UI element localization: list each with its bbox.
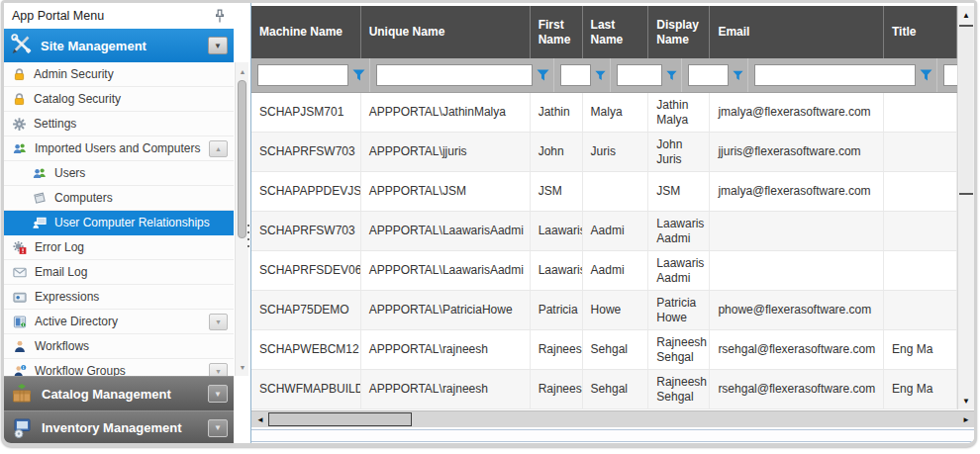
section-label: Inventory Management: [42, 420, 200, 435]
lock-icon: [12, 67, 27, 82]
unique-name-filter-input[interactable]: [376, 64, 533, 86]
scroll-left-arrow[interactable]: ◄: [252, 411, 268, 427]
title-cell: [884, 93, 957, 132]
filter-funnel-icon[interactable]: [920, 69, 932, 81]
first-name-cell: Laawaris: [531, 212, 583, 250]
filter-funnel-icon[interactable]: [537, 69, 549, 81]
last-name-cell: Malya: [583, 93, 649, 132]
dropdown-button[interactable]: ▼: [209, 363, 228, 376]
sidebar-section-inventory-management[interactable]: Inventory Management ▼: [4, 410, 234, 444]
sidebar: App Portal Menu Site Management ▼: [4, 3, 234, 443]
section-collapse-button[interactable]: ▼: [208, 37, 228, 54]
section-expand-button[interactable]: ▼: [208, 385, 228, 403]
email-cell: jmalya@flexerasoftware.com: [710, 172, 884, 211]
computer-icon: [32, 191, 48, 206]
sidebar-item-email-log[interactable]: Email Log: [4, 260, 234, 285]
table-row[interactable]: SCHAPRFSW703 APPPORTAL\jjuris John Juris…: [251, 133, 957, 172]
section-expand-button[interactable]: ▼: [208, 419, 228, 437]
column-header-title[interactable]: Title: [884, 6, 957, 58]
app-window: App Portal Menu Site Management ▼: [1, 0, 977, 447]
filter-funnel-icon[interactable]: [733, 70, 743, 81]
last-name-cell: Howe: [583, 291, 649, 329]
splitter-handle[interactable]: [247, 225, 249, 250]
display-name-filter-input[interactable]: [688, 64, 729, 86]
sidebar-title: App Portal Menu: [12, 9, 214, 23]
scrollbar-thumb[interactable]: [238, 80, 246, 238]
grid-vertical-scrollbar[interactable]: ▲ ▼: [957, 6, 974, 409]
title-cell: [884, 133, 957, 171]
column-header-first-name[interactable]: First Name: [531, 6, 583, 58]
sidebar-item-catalog-security[interactable]: Catalog Security: [4, 87, 234, 112]
grid-filter-row: [251, 58, 957, 93]
display-name-cell: John Juris: [648, 133, 710, 171]
email-filter-input[interactable]: [754, 64, 916, 86]
collapse-button[interactable]: ▲: [209, 140, 228, 157]
email-cell: [710, 251, 884, 290]
scroll-down-arrow[interactable]: ▼: [236, 360, 249, 374]
scrollbar-thumb[interactable]: [959, 25, 973, 195]
sidebar-section-site-management[interactable]: Site Management ▼: [4, 29, 234, 62]
grid-view: Machine Name Unique Name First Name Last…: [251, 6, 957, 409]
table-row[interactable]: SCHAPWEBCM12 APPPORTAL\rajneesh Rajneesh…: [251, 330, 957, 370]
first-name-cell: JSM: [531, 172, 583, 211]
column-header-machine-name[interactable]: Machine Name: [251, 6, 361, 58]
filter-funnel-icon[interactable]: [666, 70, 677, 81]
sidebar-item-admin-security[interactable]: Admin Security: [4, 62, 234, 87]
section-label: Catalog Management: [42, 387, 200, 402]
sidebar-item-users[interactable]: Users: [4, 161, 234, 186]
filter-funnel-icon[interactable]: [595, 70, 606, 81]
sidebar-item-workflow-groups[interactable]: Workflow Groups ▼: [4, 359, 234, 376]
sidebar-item-settings[interactable]: Settings: [4, 112, 234, 136]
table-row[interactable]: SCHAPJSM701 APPPORTAL\JathinMalya Jathin…: [251, 93, 957, 133]
sidebar-item-label: Active Directory: [35, 315, 118, 328]
column-header-unique-name[interactable]: Unique Name: [361, 6, 531, 58]
last-name-cell: Sehgal: [583, 370, 649, 409]
table-row[interactable]: SCHAPRFSDEV06 APPPORTAL\LaawarisAadmi La…: [251, 251, 957, 291]
dropdown-button[interactable]: ▼: [209, 314, 228, 330]
scrollbar-thumb[interactable]: [268, 412, 412, 426]
sidebar-item-computers[interactable]: Computers: [4, 186, 234, 211]
sidebar-item-expressions[interactable]: Expressions: [4, 285, 234, 310]
active-directory-icon: [12, 315, 28, 329]
sidebar-item-user-computer-relationships[interactable]: User Computer Relationships: [4, 211, 234, 235]
display-name-cell: Laawaris Aadmi: [648, 251, 710, 290]
table-row[interactable]: SCHWFMAPBUILD2 APPPORTAL\rajneesh Rajnee…: [251, 370, 957, 409]
pin-icon[interactable]: [214, 9, 226, 24]
table-row[interactable]: SCHAPAPPDEVJSM APPPORTAL\JSM JSM JSM jma…: [251, 172, 957, 212]
first-name-filter-input[interactable]: [560, 64, 591, 86]
table-row[interactable]: SCHAP75DEMO APPPORTAL\PatriciaHowe Patri…: [251, 291, 957, 330]
machine-name-filter-input[interactable]: [257, 64, 348, 86]
filter-cell: [554, 58, 611, 92]
sidebar-item-label: Error Log: [35, 240, 84, 254]
scroll-up-arrow[interactable]: ▲: [236, 64, 249, 78]
sidebar-item-imported-users-computers[interactable]: Imported Users and Computers ▲: [4, 136, 234, 161]
column-header-display-name[interactable]: Display Name: [648, 6, 710, 58]
tools-icon: [10, 34, 34, 57]
unique-name-cell: APPPORTAL\rajneesh: [361, 370, 531, 409]
sidebar-item-error-log[interactable]: Error Log: [4, 235, 234, 260]
column-header-email[interactable]: Email: [710, 6, 884, 58]
display-name-cell: JSM: [648, 172, 710, 211]
machine-name-cell: SCHAPJSM701: [251, 93, 361, 132]
sidebar-item-workflows[interactable]: Workflows: [4, 334, 234, 359]
filter-cell: [937, 58, 957, 92]
column-header-last-name[interactable]: Last Name: [583, 6, 649, 58]
display-name-cell: Rajneesh Sehgal: [648, 330, 710, 369]
filter-funnel-icon[interactable]: [352, 69, 365, 81]
scroll-down-arrow[interactable]: ▼: [958, 393, 974, 409]
users-group-icon: [12, 141, 28, 156]
scroll-up-arrow[interactable]: ▲: [958, 7, 974, 23]
title-cell: [884, 251, 957, 290]
email-cell: [710, 212, 884, 250]
sidebar-item-active-directory[interactable]: Active Directory ▼: [4, 310, 234, 334]
sidebar-item-label: Workflow Groups: [35, 364, 126, 376]
first-name-cell: Patricia: [531, 291, 583, 329]
sidebar-scrollbar[interactable]: ▲ ▼: [235, 62, 248, 376]
last-name-filter-input[interactable]: [617, 64, 662, 86]
title-filter-input[interactable]: [943, 64, 957, 86]
scroll-right-arrow[interactable]: ►: [958, 411, 974, 427]
grid-horizontal-scrollbar[interactable]: ◄ ►: [251, 410, 975, 427]
table-row[interactable]: SCHAPRFSW703 APPPORTAL\LaawarisAadmi Laa…: [251, 212, 957, 251]
sidebar-section-catalog-management[interactable]: Catalog Management ▼: [4, 376, 234, 410]
sidebar-item-label: Settings: [34, 117, 76, 131]
